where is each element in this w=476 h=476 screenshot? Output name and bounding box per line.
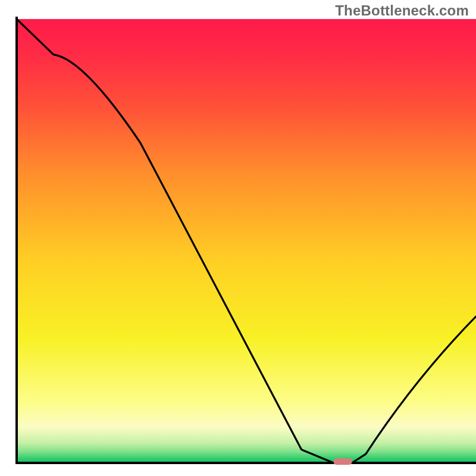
optimal-range-marker [334, 458, 352, 465]
watermark-label: TheBottleneck.com [335, 2, 469, 19]
chart-container: TheBottleneck.com [0, 0, 476, 476]
bottleneck-chart [0, 0, 476, 476]
